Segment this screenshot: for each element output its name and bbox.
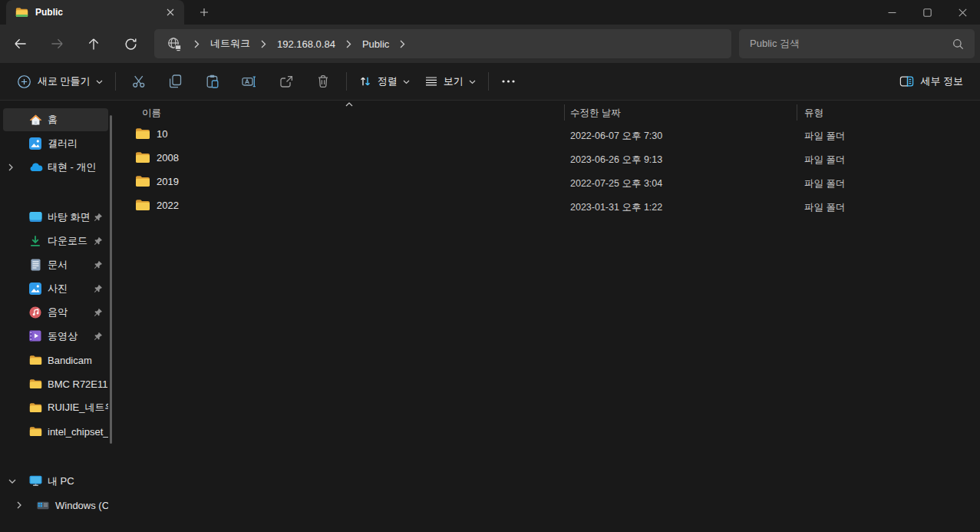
- folder-icon: [135, 199, 150, 211]
- sidebar-item-music[interactable]: 음악: [3, 301, 108, 324]
- file-row[interactable]: 2022 2023-01-31 오후 1:22 파일 폴더: [119, 195, 980, 219]
- sidebar-item-folder-intel[interactable]: intel_chipset_wi: [3, 420, 108, 443]
- chevron-down-icon: [469, 80, 476, 84]
- refresh-button[interactable]: [116, 31, 145, 57]
- cut-button[interactable]: [122, 68, 156, 95]
- up-button[interactable]: [79, 31, 108, 57]
- file-row[interactable]: 2019 2022-07-25 오후 3:04 파일 폴더: [119, 171, 980, 195]
- rename-icon: [242, 76, 256, 88]
- toolbar-divider: [115, 72, 116, 91]
- close-window-button[interactable]: [945, 0, 980, 25]
- sidebar-item-onedrive[interactable]: 태현 - 개인: [3, 156, 108, 179]
- tab-close-button[interactable]: [161, 3, 180, 21]
- new-button[interactable]: 새로 만들기: [9, 68, 111, 95]
- file-modified: 2023-06-26 오후 9:13: [570, 154, 662, 167]
- sort-ascending-caret-icon: [345, 102, 353, 107]
- sidebar-item-documents[interactable]: 문서: [3, 253, 108, 276]
- close-icon: [959, 8, 967, 17]
- more-options-button[interactable]: [495, 68, 523, 95]
- maximize-button[interactable]: [909, 0, 945, 25]
- maximize-icon: [923, 8, 932, 17]
- forward-button[interactable]: [42, 31, 71, 57]
- cut-icon: [132, 74, 146, 88]
- back-button[interactable]: [5, 31, 35, 57]
- column-separator[interactable]: [564, 104, 565, 121]
- sidebar-item-label: 동영상: [48, 329, 78, 343]
- sidebar-item-desktop[interactable]: 바탕 화면: [3, 206, 108, 229]
- rename-button[interactable]: [233, 68, 266, 95]
- search-input[interactable]: Public 검색: [739, 29, 975, 58]
- sidebar-item-label: 홈: [48, 113, 58, 127]
- column-header-type[interactable]: 유형: [804, 107, 823, 120]
- sidebar-item-drive-c[interactable]: Windows (C:): [3, 494, 108, 517]
- titlebar: Public: [0, 0, 980, 25]
- close-icon: [167, 8, 174, 16]
- delete-button[interactable]: [306, 68, 340, 95]
- paste-button[interactable]: [196, 68, 229, 95]
- sidebar-scrollbar[interactable]: [110, 115, 112, 444]
- sidebar-item-folder-bandicam[interactable]: Bandicam: [3, 349, 108, 372]
- column-header-name[interactable]: 이름: [142, 107, 161, 120]
- share-button[interactable]: [269, 68, 303, 95]
- sidebar-item-home[interactable]: 홈: [3, 108, 108, 131]
- copy-icon: [169, 74, 182, 88]
- music-icon: [29, 306, 41, 319]
- file-modified: 2022-07-25 오후 3:04: [570, 177, 662, 190]
- view-button-label: 보기: [444, 74, 464, 88]
- sidebar-item-label: 다운로드: [48, 234, 87, 248]
- details-pane-button[interactable]: 세부 정보: [892, 68, 971, 95]
- refresh-icon: [124, 38, 137, 51]
- folder-icon: [29, 378, 42, 389]
- sidebar-item-downloads[interactable]: 다운로드: [3, 230, 108, 253]
- view-button[interactable]: 보기: [417, 68, 483, 95]
- sidebar-item-label: 갤러리: [48, 137, 78, 150]
- copy-button[interactable]: [159, 68, 193, 95]
- breadcrumb-bar[interactable]: 네트워크 192.168.0.84 Public: [154, 29, 731, 58]
- file-row[interactable]: 2008 2023-06-26 오후 9:13 파일 폴더: [119, 147, 980, 171]
- sidebar-item-label: BMC R72E1174: [48, 378, 108, 390]
- file-row[interactable]: 10 2022-06-07 오후 7:30 파일 폴더: [119, 124, 980, 147]
- minimize-button[interactable]: [874, 0, 909, 25]
- sidebar-section-gap: [0, 444, 119, 469]
- breadcrumb-current[interactable]: Public: [361, 38, 391, 50]
- videos-icon: [29, 330, 41, 342]
- explorer-tab[interactable]: Public: [6, 0, 184, 25]
- file-modified: 2022-06-07 오후 7:30: [570, 130, 662, 143]
- sidebar-item-this-pc[interactable]: 내 PC: [3, 470, 108, 493]
- file-name: 2022: [157, 200, 179, 211]
- sidebar-item-gallery[interactable]: 갤러리: [3, 132, 108, 155]
- sort-icon: [359, 75, 371, 88]
- chevron-down-icon: [8, 479, 16, 484]
- file-type: 파일 폴더: [804, 154, 845, 167]
- chevron-right-icon: [17, 501, 21, 509]
- sidebar-item-videos[interactable]: 동영상: [3, 325, 108, 348]
- sidebar-item-label: intel_chipset_wi: [48, 426, 108, 438]
- column-separator[interactable]: [797, 104, 797, 121]
- file-type: 파일 폴더: [804, 177, 845, 190]
- column-header-modified[interactable]: 수정한 날짜: [570, 107, 621, 120]
- details-pane-label: 세부 정보: [920, 74, 963, 88]
- navigation-pane: 홈 갤러리 태현 - 개인 바탕 화면: [0, 101, 119, 532]
- share-icon: [279, 75, 293, 88]
- breadcrumb-host[interactable]: 192.168.0.84: [276, 38, 337, 50]
- file-name: 2008: [157, 152, 179, 164]
- pin-icon: [94, 332, 103, 341]
- sort-button[interactable]: 정렬: [351, 68, 417, 95]
- new-button-label: 새로 만들기: [38, 74, 91, 88]
- window-controls: [874, 0, 980, 25]
- chevron-down-icon: [96, 80, 103, 84]
- breadcrumb-network[interactable]: 네트워크: [209, 37, 252, 51]
- paste-icon: [206, 74, 219, 88]
- pictures-icon: [29, 283, 41, 295]
- sidebar-item-folder-bmc[interactable]: BMC R72E1174: [3, 372, 108, 395]
- search-placeholder: Public 검색: [750, 37, 952, 51]
- file-modified: 2023-01-31 오후 1:22: [570, 201, 662, 214]
- file-type: 파일 폴더: [804, 201, 845, 214]
- chevron-down-icon: [403, 80, 410, 84]
- home-icon: [29, 114, 42, 126]
- file-name: 10: [157, 128, 167, 140]
- folder-icon: [29, 355, 42, 365]
- sidebar-item-pictures[interactable]: 사진: [3, 277, 108, 300]
- sidebar-item-folder-ruijie[interactable]: RUIJIE_네트워크: [3, 396, 108, 419]
- new-tab-button[interactable]: [195, 3, 213, 21]
